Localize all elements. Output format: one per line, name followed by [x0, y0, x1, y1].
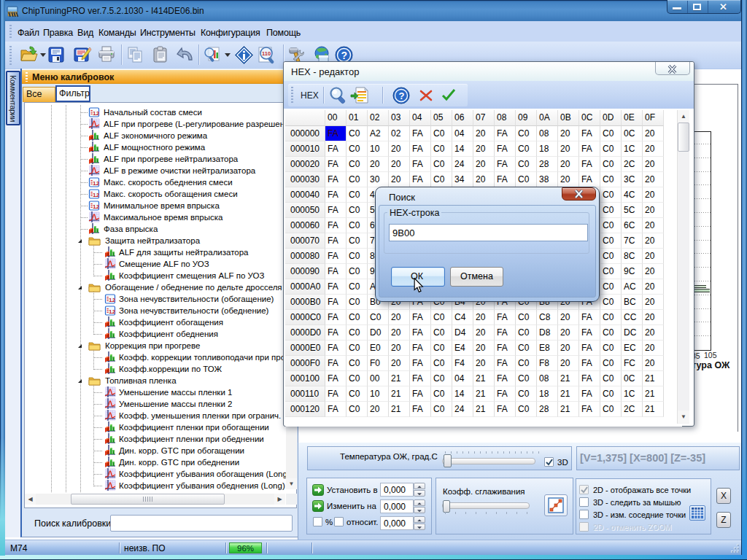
- svg-text:1.2: 1.2: [93, 203, 99, 210]
- svg-text:?: ?: [341, 50, 348, 61]
- svg-text:1.2: 1.2: [93, 192, 99, 198]
- svg-text:?: ?: [399, 90, 405, 101]
- svg-text:1.2: 1.2: [93, 110, 99, 117]
- svg-text:1.2: 1.2: [109, 297, 115, 303]
- svg-text:1.2: 1.2: [109, 308, 115, 315]
- svg-text:110: 110: [262, 50, 271, 57]
- svg-text:1.2: 1.2: [93, 180, 99, 187]
